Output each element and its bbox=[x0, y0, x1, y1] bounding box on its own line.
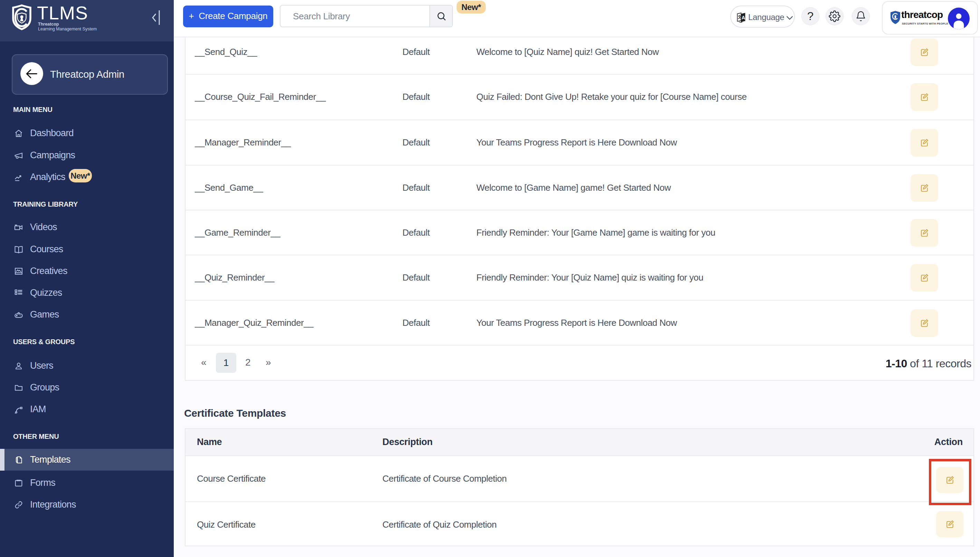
svg-text:文: 文 bbox=[738, 15, 742, 20]
svg-text:A: A bbox=[742, 15, 745, 20]
